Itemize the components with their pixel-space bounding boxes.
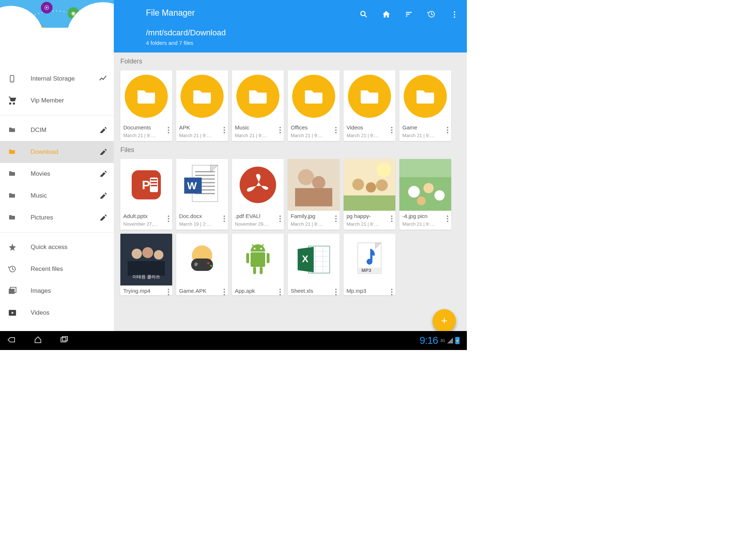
card-name: APK [179,124,225,131]
card-name: Family.jpg [291,213,337,219]
card-more-button[interactable] [332,288,338,295]
svg-rect-59 [246,253,249,263]
card-more-button[interactable] [164,126,171,136]
edit-icon[interactable] [99,148,107,157]
card-more-button[interactable] [276,126,282,136]
history-button[interactable] [427,9,437,20]
card-more-button[interactable] [164,214,171,225]
card-date: March 21 | 9:… [347,133,392,138]
overflow-menu-button[interactable] [449,9,460,20]
search-button[interactable] [359,9,369,20]
folder-card[interactable]: APK March 21 | 9:… [176,70,228,141]
folder-icon [7,148,18,156]
folder-summary: 4 folders and 7 files [146,40,456,46]
file-thumb [232,234,284,285]
svg-rect-38 [344,195,395,211]
file-card[interactable]: W Doc.docx March 19 | 2:… [176,159,228,230]
card-name: Documents [123,124,169,131]
sidebar-item-quick-access[interactable]: Quick access [0,236,114,258]
card-more-button[interactable] [220,126,227,136]
folder-circle-icon [125,75,168,118]
sidebar-item-download[interactable]: Download [0,141,114,163]
svg-point-46 [132,249,142,259]
card-name: -4.jpg picn [402,213,448,219]
file-thumb: 이태원 클라쓰 [120,234,172,285]
card-more-button[interactable] [276,214,282,225]
card-more-button[interactable] [220,214,227,225]
content-scroll[interactable]: Folders Documents March 21 | 9:… APK Mar… [114,52,467,339]
file-card[interactable]: X Sheet.xls [288,234,340,295]
edit-icon[interactable] [99,170,107,179]
svg-rect-62 [260,267,263,274]
edit-icon[interactable] [99,213,107,222]
folder-card[interactable]: Offices March 21 | 9:… [288,70,340,141]
file-card[interactable]: -4.jpg picn March 21 | 8:… [399,159,451,230]
main-area: File Manager /mnt/sdcard/Download 4 fold… [114,0,467,339]
card-more-button[interactable] [387,214,394,225]
sidebar-item-label: Vip Member [31,97,107,104]
nav-back-button[interactable] [7,335,19,346]
card-more-button[interactable] [443,126,450,136]
card-more-button[interactable] [276,288,282,295]
file-thumb: X [288,234,340,285]
sidebar-item-images[interactable]: Images [0,280,114,302]
status-clock: 9:16 [419,335,438,346]
file-card[interactable]: MP3 Mp.mp3 [344,234,395,295]
svg-rect-60 [267,253,270,263]
svg-rect-17 [151,185,157,186]
card-more-button[interactable] [164,288,171,295]
svg-point-65 [254,248,256,250]
svg-text:이태원 클라쓰: 이태원 클라쓰 [132,274,160,279]
card-name: Music [235,124,281,131]
card-more-button[interactable] [387,288,394,295]
home-button[interactable] [382,9,392,20]
nav-recents-button[interactable] [60,335,71,346]
sidebar-item-internal-storage[interactable]: Internal Storage [0,68,114,90]
folder-card[interactable]: Game March 21 | 9:… [399,70,451,141]
file-card[interactable]: App.apk [232,234,284,295]
card-date: March 21 | 8:… [402,221,448,227]
card-date: March 21 | 8:… [291,221,337,227]
file-card[interactable]: .pdf EVALl November 29,… [232,159,284,230]
svg-rect-16 [151,182,157,183]
card-more-button[interactable] [387,126,394,136]
folder-card[interactable]: Music March 21 | 9:… [232,70,284,141]
sidebar-item-music[interactable]: Music [0,185,114,207]
card-date: March 21 | 9:… [235,133,281,138]
folder-card[interactable]: Videos March 21 | 9:… [344,70,395,141]
battery-icon: ⚡ [455,337,460,344]
cart-icon [7,96,18,105]
card-more-button[interactable] [443,214,450,225]
svg-text:W: W [187,180,197,191]
card-name: .pdf EVALl [235,213,281,219]
sidebar-item-videos[interactable]: Videos [0,302,114,324]
edit-icon[interactable] [99,191,107,201]
card-more-button[interactable] [332,126,338,136]
sort-button[interactable] [404,9,414,20]
svg-point-42 [423,183,434,193]
nav-home-button[interactable] [34,335,45,346]
file-card[interactable]: Family.jpg March 21 | 8:… [288,159,340,230]
sidebar-item-dcim[interactable]: DCIM [0,119,114,141]
fab-add-button[interactable]: + [433,309,456,332]
card-name: Game.APK [179,288,225,294]
sidebar-item-pictures[interactable]: Pictures [0,207,114,229]
svg-rect-57 [196,262,197,266]
history-icon [7,265,18,273]
sidebar-item-recent-files[interactable]: Recent files [0,258,114,280]
file-card[interactable]: 이태원 클라쓰 Trying.mp4 [120,234,172,295]
svg-rect-32 [295,188,332,206]
card-name: pg happy- [347,213,392,219]
folder-card[interactable]: Documents March 21 | 9:… [120,70,172,141]
file-card[interactable]: P Adult.pptx November 27,… [120,159,172,230]
sidebar-item-vip-member[interactable]: Vip Member [0,90,114,112]
svg-point-54 [207,262,209,264]
edit-icon[interactable] [99,126,107,135]
sidebar: ▣ ♪ ⦿ ◉ ▪ Internal Storage Vip Member DC… [0,0,114,339]
sidebar-item-movies[interactable]: Movies [0,163,114,185]
file-card[interactable]: pg happy- March 21 | 8:… [344,159,395,230]
card-name: Game [402,124,448,131]
file-card[interactable]: Game.APK [176,234,228,295]
card-more-button[interactable] [332,214,338,225]
card-more-button[interactable] [220,288,227,295]
